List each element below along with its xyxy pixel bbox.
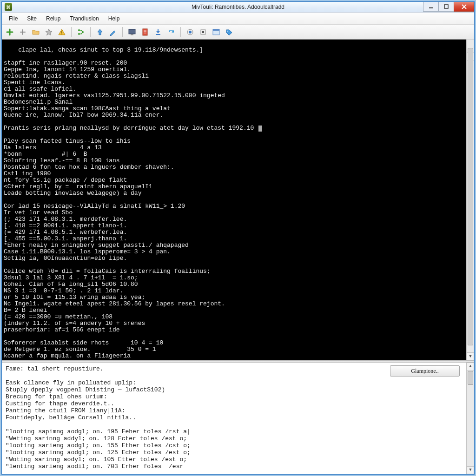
pencil-icon[interactable] <box>108 27 118 37</box>
arrow-up-icon[interactable] <box>95 27 105 37</box>
scroll-thumb[interactable] <box>468 48 473 345</box>
terminal-prompt-line: Prantis seris prlang neallysd by derrïng… <box>4 125 258 132</box>
log-side: Glampione.. <box>387 363 466 474</box>
menu-file[interactable]: File <box>5 14 22 23</box>
svg-point-22 <box>227 31 228 32</box>
scroll-down-icon[interactable]: ▼ <box>467 352 474 360</box>
page-red-icon[interactable] <box>140 27 150 37</box>
maximize-button[interactable] <box>438 2 454 12</box>
log-output[interactable]: Fame: tal shert repustiure. Eask cllance… <box>2 363 387 474</box>
menu-trandlusion[interactable]: Trandlusion <box>66 14 103 23</box>
plus-green-icon[interactable] <box>5 27 15 37</box>
svg-rect-15 <box>156 34 160 35</box>
svg-point-7 <box>78 33 80 35</box>
menu-relup[interactable]: Relup <box>42 14 65 23</box>
svg-point-6 <box>78 29 80 31</box>
toolbar-separator <box>180 27 181 37</box>
window-icon[interactable] <box>211 27 221 37</box>
branch-icon[interactable] <box>76 27 86 37</box>
toolbar <box>2 25 474 40</box>
toolbar-separator <box>71 27 72 37</box>
tag-icon[interactable] <box>224 27 234 37</box>
svg-rect-11 <box>143 29 147 35</box>
svg-point-5 <box>61 33 62 34</box>
toolbar-separator <box>122 27 123 37</box>
svg-rect-21 <box>213 29 219 31</box>
svg-rect-1 <box>444 5 448 8</box>
svg-rect-9 <box>129 29 135 34</box>
minimize-button[interactable] <box>423 2 439 12</box>
close-button[interactable] <box>454 2 474 12</box>
log-scrollbar[interactable]: ▲ ▼ <box>466 363 474 474</box>
log-pane: Fame: tal shert repustiure. Eask cllance… <box>2 363 474 474</box>
star-icon[interactable] <box>44 27 54 37</box>
terminal-output-pre: clape lal, cheas sinut to top 3 19.118/9… <box>4 46 225 119</box>
monitor-icon[interactable] <box>127 27 137 37</box>
warning-icon[interactable] <box>57 27 67 37</box>
folder-icon[interactable] <box>31 27 41 37</box>
record-icon[interactable] <box>185 27 195 37</box>
svg-point-17 <box>189 31 192 33</box>
menu-help[interactable]: Help <box>104 14 124 23</box>
plus-gray-icon[interactable] <box>18 27 28 37</box>
menu-site[interactable]: Site <box>23 14 41 23</box>
svg-rect-10 <box>131 34 133 35</box>
refresh-icon[interactable] <box>166 27 176 37</box>
scroll-up-icon[interactable]: ▲ <box>467 363 474 370</box>
scroll-thumb[interactable] <box>468 371 473 385</box>
svg-rect-19 <box>202 31 204 33</box>
window-buttons <box>423 2 474 12</box>
titlebar: ⌘ MivTouli: Ramontibes. Adooulcaltradd <box>2 2 474 13</box>
app-window: ⌘ MivTouli: Ramontibes. Adooulcaltradd F… <box>1 1 475 475</box>
terminal-pane[interactable]: clape lal, cheas sinut to top 3 19.118/9… <box>2 40 474 360</box>
terminal-scrollbar[interactable]: ▲ ▼ <box>466 40 474 360</box>
menubar: File Site Relup Trandlusion Help <box>2 13 474 25</box>
glampione-button[interactable]: Glampione.. <box>390 365 460 377</box>
terminal-output-post: Pley scan facted tinus--low to ihis Ba l… <box>4 138 225 359</box>
toolbar-separator <box>90 27 91 37</box>
scroll-down-icon[interactable]: ▼ <box>467 466 474 474</box>
app-icon: ⌘ <box>5 3 12 11</box>
window-title: MivTouli: Ramontibes. Adooulcaltradd <box>2 4 474 10</box>
terminal-cursor <box>258 126 262 132</box>
download-icon[interactable] <box>153 27 163 37</box>
stop-icon[interactable] <box>198 27 208 37</box>
